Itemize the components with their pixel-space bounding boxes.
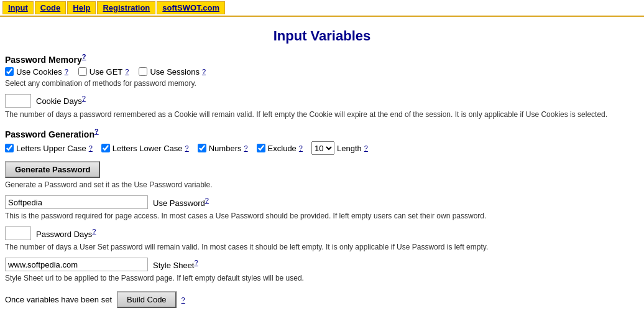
password-days-help[interactable]: ? — [92, 228, 96, 235]
use-sessions-checkbox[interactable] — [139, 67, 147, 76]
exclude-checkbox[interactable] — [257, 144, 265, 152]
use-password-row: Use Password? — [5, 195, 639, 209]
use-password-help-text: This is the password required for page a… — [5, 212, 639, 220]
letters-lower-label: Letters Lower Case — [113, 144, 183, 153]
nav-code[interactable]: Code — [35, 1, 67, 14]
build-code-row: Once variables have been set Build Code … — [5, 291, 639, 308]
cookie-days-help-text: The number of days a password remembered… — [5, 110, 639, 119]
password-generation-help[interactable]: ? — [94, 128, 99, 135]
password-days-input[interactable] — [5, 226, 31, 240]
length-select[interactable]: 10 8 12 16 — [311, 141, 334, 155]
use-password-input[interactable] — [5, 195, 148, 209]
password-days-row: Password Days? — [5, 226, 639, 240]
checkbox-help-text: Select any combination of methods for pa… — [5, 79, 639, 88]
numbers-item: Numbers? — [198, 144, 248, 153]
use-get-item: Use GET? — [78, 67, 129, 77]
style-sheet-label: Style Sheet? — [153, 259, 198, 270]
nav-registration[interactable]: Registration — [97, 1, 155, 14]
password-memory-help[interactable]: ? — [82, 53, 86, 60]
build-code-help[interactable]: ? — [182, 296, 185, 304]
letters-lower-item: Letters Lower Case? — [101, 144, 189, 153]
use-sessions-label: Use Sessions — [150, 67, 199, 77]
use-cookies-item: Use Cookies? — [5, 67, 68, 77]
use-password-help[interactable]: ? — [205, 197, 209, 204]
letters-upper-label: Letters Upper Case — [16, 144, 86, 153]
numbers-label: Numbers — [209, 144, 242, 153]
password-memory-checkboxes: Use Cookies? Use GET? Use Sessions? — [5, 67, 639, 77]
numbers-help[interactable]: ? — [244, 144, 247, 152]
password-generation-section: Password Generation? Letters Upper Case?… — [5, 128, 639, 283]
use-password-label: Use Password? — [153, 197, 209, 208]
cookie-days-input[interactable] — [5, 94, 31, 108]
use-get-label: Use GET — [90, 67, 122, 77]
password-generation-label: Password Generation? — [5, 128, 639, 139]
nav-input[interactable]: Input — [2, 1, 34, 14]
length-help[interactable]: ? — [364, 144, 368, 152]
build-code-button[interactable]: Build Code — [117, 291, 177, 308]
password-memory-section: Password Memory? Use Cookies? Use GET? U… — [5, 53, 639, 119]
generate-btn-row: Generate Password — [5, 157, 639, 180]
style-sheet-help[interactable]: ? — [195, 259, 198, 266]
build-prefix-text: Once variables have been set — [5, 295, 112, 304]
exclude-item: Exclude? — [257, 144, 303, 153]
use-cookies-help[interactable]: ? — [65, 68, 68, 75]
numbers-checkbox[interactable] — [198, 144, 206, 152]
password-gen-checkboxes: Letters Upper Case? Letters Lower Case? … — [5, 141, 639, 155]
style-sheet-row: Style Sheet? — [5, 258, 639, 271]
password-days-help-text: The number of days a User Set password w… — [5, 243, 639, 251]
page-title: Input Variables — [0, 28, 644, 44]
use-sessions-help[interactable]: ? — [202, 68, 206, 75]
exclude-label: Exclude — [268, 144, 297, 153]
cookie-days-label: Cookie Days? — [36, 95, 86, 106]
letters-upper-item: Letters Upper Case? — [5, 144, 93, 153]
use-sessions-item: Use Sessions? — [139, 67, 206, 77]
nav-softswot[interactable]: softSWOT.com — [157, 1, 225, 14]
letters-lower-checkbox[interactable] — [101, 144, 110, 152]
exclude-help[interactable]: ? — [299, 144, 303, 152]
top-nav: Input Code Help Registration softSWOT.co… — [0, 0, 644, 17]
letters-lower-help[interactable]: ? — [185, 144, 189, 152]
use-get-checkbox[interactable] — [78, 67, 87, 76]
cookie-days-help[interactable]: ? — [82, 95, 86, 102]
use-get-help[interactable]: ? — [125, 68, 129, 75]
password-days-label: Password Days? — [36, 228, 96, 239]
length-label: Length — [337, 144, 362, 153]
nav-help[interactable]: Help — [67, 1, 96, 14]
page-title-area: Input Variables — [0, 17, 644, 53]
use-cookies-checkbox[interactable] — [5, 67, 14, 76]
letters-upper-help[interactable]: ? — [89, 144, 93, 152]
main-content: Password Memory? Use Cookies? Use GET? U… — [0, 53, 644, 320]
generate-help-text: Generate a Password and set it as the Us… — [5, 180, 639, 189]
letters-upper-checkbox[interactable] — [5, 144, 14, 152]
style-sheet-help-text: Style Sheet url to be applied to the Pas… — [5, 274, 639, 282]
length-item: 10 8 12 16 Length? — [311, 141, 368, 155]
cookie-days-row: Cookie Days? — [5, 94, 639, 108]
use-cookies-label: Use Cookies — [16, 67, 62, 77]
style-sheet-input[interactable] — [5, 258, 148, 271]
generate-password-button[interactable]: Generate Password — [5, 161, 100, 178]
password-memory-label: Password Memory? — [5, 53, 639, 65]
